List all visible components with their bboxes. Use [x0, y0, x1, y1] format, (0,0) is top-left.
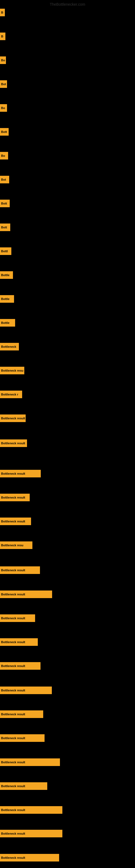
bar-label: Bottleneck result	[0, 590, 52, 598]
bar-item: Bottleneck result	[0, 686, 52, 694]
bar-item: Bottleneck result	[0, 734, 45, 742]
bar-item: Bottleneck result	[0, 854, 59, 862]
bar-item: Bottleneck result	[0, 662, 41, 670]
bar-item: Bottleneck result	[0, 614, 35, 622]
bar-label: Bottleneck resu	[0, 367, 24, 374]
bar-label: Bottleneck result	[0, 662, 41, 670]
bar-item: Bott	[0, 199, 10, 207]
bar-label: Bo	[0, 152, 8, 159]
bar-label: Bottleneck result	[0, 638, 38, 646]
bar-label: Bottleneck r	[0, 391, 22, 398]
bar-item: Bo	[0, 104, 7, 112]
bar-item: Bottl	[0, 247, 11, 255]
bar-label: Bottleneck result	[0, 614, 35, 622]
bar-item: Bott	[0, 128, 9, 135]
bar-label: Bottleneck result	[0, 439, 27, 447]
bar-item: Bottleneck result	[0, 518, 31, 525]
bar-label: Bottleneck result	[0, 518, 31, 525]
bar-item: Bottleneck result	[0, 710, 43, 718]
bar-label: Bottleneck result	[0, 734, 45, 742]
bar-item: Bo	[0, 152, 8, 159]
bar-item: Bottleneck result	[0, 494, 30, 501]
bar-item: Bottle	[0, 271, 13, 279]
bar-label: Bottleneck result	[0, 782, 47, 790]
bar-item: Bottleneck result	[0, 638, 38, 646]
bar-label: Bott	[0, 223, 10, 231]
bar-label: Bottleneck	[0, 343, 19, 350]
bar-item: Bott	[0, 223, 10, 231]
bar-item: Bottleneck result	[0, 782, 47, 790]
bar-item: B	[0, 33, 5, 40]
bar-item: Bottleneck result	[0, 470, 41, 477]
bar-label: Bottleneck result	[0, 710, 43, 718]
bar-label: Bottleneck result	[0, 806, 62, 814]
bar-item: Bottleneck result	[0, 830, 62, 837]
bar-label: Bottleneck result	[0, 494, 30, 501]
bar-label: Bott	[0, 199, 10, 207]
bar-label: B	[0, 9, 5, 16]
bar-label: Bot	[0, 80, 7, 88]
bar-label: Bottle	[0, 319, 15, 327]
bar-label: Bottle	[0, 271, 13, 279]
bar-label: Bottl	[0, 247, 11, 255]
bar-label: Bottleneck result	[0, 566, 40, 574]
bar-label: Bottleneck result	[0, 470, 41, 477]
bar-item: Bottle	[0, 295, 14, 303]
bar-label: Bo	[0, 56, 6, 64]
bar-item: Bot	[0, 80, 7, 88]
bar-label: Bottleneck result	[0, 686, 52, 694]
bar-item: Bottleneck r	[0, 391, 22, 398]
bar-item: Bottleneck result	[0, 439, 27, 447]
bar-item: Bottleneck result	[0, 566, 40, 574]
bar-label: Bot	[0, 176, 9, 183]
bar-label: Bottleneck result	[0, 854, 59, 862]
bar-item: B	[0, 9, 5, 16]
bar-item: Bottleneck	[0, 343, 19, 350]
bar-item: Bottleneck result	[0, 758, 60, 766]
bar-item: Bo	[0, 56, 6, 64]
bar-label: Bottle	[0, 295, 14, 303]
bar-label: Bottleneck result	[0, 830, 62, 837]
bar-item: Bot	[0, 176, 9, 183]
bar-label: Bott	[0, 128, 9, 135]
bar-item: Bottle	[0, 319, 15, 327]
bar-label: Bottleneck result	[0, 758, 60, 766]
bar-label: Bo	[0, 104, 7, 112]
bar-item: Bottleneck resu	[0, 367, 24, 374]
bar-item: Bottleneck resu	[0, 541, 32, 549]
bar-item: Bottleneck result	[0, 414, 26, 422]
bar-label: Bottleneck result	[0, 414, 26, 422]
bar-label: Bottleneck resu	[0, 541, 32, 549]
site-title: TheBottlenecker.com	[50, 2, 85, 6]
bar-item: Bottleneck result	[0, 806, 62, 814]
bar-item: Bottleneck result	[0, 590, 52, 598]
bar-label: B	[0, 33, 5, 40]
